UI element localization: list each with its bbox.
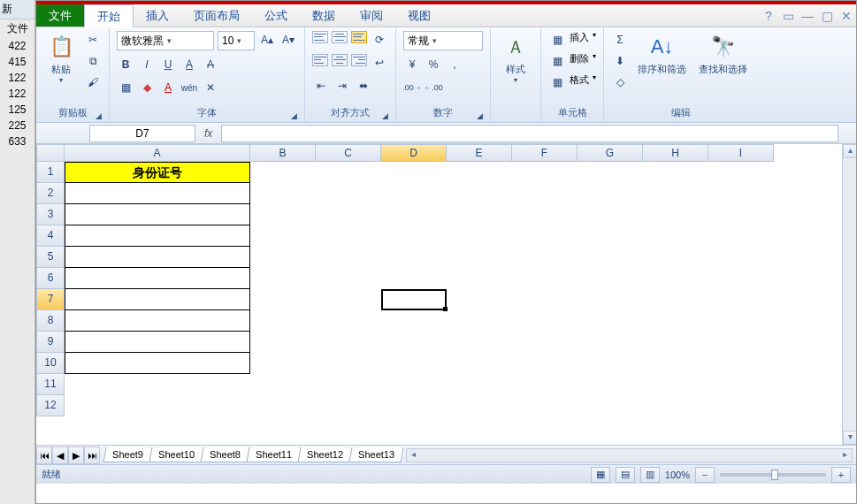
sheet-tab[interactable]: Sheet13 bbox=[348, 447, 403, 462]
shrink-font-button[interactable]: A▾ bbox=[279, 31, 297, 49]
sheet-tab[interactable]: Sheet11 bbox=[246, 447, 301, 462]
close-icon[interactable]: ✕ bbox=[837, 4, 856, 27]
name-box[interactable]: D7 bbox=[89, 125, 195, 142]
font-name-combo[interactable]: 微软雅黑▾ bbox=[117, 31, 214, 50]
sheet-tab[interactable]: Sheet9 bbox=[103, 447, 153, 462]
dialog-launcher-icon[interactable]: ◢ bbox=[291, 111, 297, 120]
cell[interactable] bbox=[65, 289, 250, 310]
column-header[interactable]: E bbox=[447, 144, 512, 162]
row-header[interactable]: 4 bbox=[36, 225, 65, 247]
tab-home[interactable]: 开始 bbox=[84, 4, 134, 27]
currency-button[interactable]: ¥ bbox=[403, 56, 421, 73]
increase-decimal-button[interactable]: .00→ bbox=[403, 79, 421, 96]
minimize-icon[interactable]: — bbox=[798, 4, 817, 27]
orientation-button[interactable]: ⟳ bbox=[371, 31, 388, 49]
scroll-right-icon[interactable]: ▸ bbox=[838, 449, 852, 462]
row-header[interactable]: 12 bbox=[36, 395, 65, 416]
number-format-combo[interactable]: 常规▾ bbox=[403, 31, 483, 50]
row-header[interactable]: 2 bbox=[36, 183, 65, 204]
align-left-button[interactable] bbox=[312, 54, 328, 66]
row-header[interactable]: 7 bbox=[36, 289, 65, 310]
font-size-combo[interactable]: 10▾ bbox=[218, 31, 255, 50]
row-header[interactable]: 5 bbox=[36, 247, 65, 268]
cell[interactable] bbox=[65, 204, 250, 225]
cell[interactable] bbox=[65, 225, 250, 247]
row-header[interactable]: 6 bbox=[36, 268, 65, 289]
font-color-button[interactable]: A bbox=[159, 79, 177, 96]
clear-format-button[interactable]: ✕ bbox=[202, 79, 219, 96]
vertical-scrollbar[interactable]: ▴ ▾ bbox=[842, 144, 856, 445]
sheet-nav-first[interactable]: ⏮ bbox=[36, 447, 52, 464]
formula-input[interactable] bbox=[221, 125, 838, 142]
tab-data[interactable]: 数据 bbox=[300, 4, 348, 27]
cell-a1[interactable]: 身份证号 bbox=[65, 162, 250, 183]
sheet-nav-last[interactable]: ⏭ bbox=[84, 447, 100, 464]
column-header[interactable]: A bbox=[65, 144, 250, 162]
row-header[interactable]: 11 bbox=[36, 374, 65, 395]
merge-cells-button[interactable]: ⬌ bbox=[355, 77, 372, 95]
cell[interactable] bbox=[65, 247, 250, 268]
column-header[interactable]: B bbox=[250, 144, 316, 162]
borders-button[interactable]: ▦ bbox=[117, 79, 134, 96]
delete-cells-button[interactable]: ▦删除▾ bbox=[548, 52, 596, 70]
dialog-launcher-icon[interactable]: ◢ bbox=[382, 111, 388, 120]
tab-insert[interactable]: 插入 bbox=[134, 4, 181, 27]
cell[interactable] bbox=[65, 268, 250, 289]
find-select-button[interactable]: 🔭 查找和选择 bbox=[695, 31, 751, 78]
view-pagebreak-button[interactable]: ▥ bbox=[640, 467, 660, 483]
insert-cells-button[interactable]: ▦插入▾ bbox=[548, 31, 596, 49]
zoom-out-button[interactable]: − bbox=[695, 467, 715, 483]
help-icon[interactable]: ? bbox=[759, 4, 778, 27]
scroll-left-icon[interactable]: ◂ bbox=[407, 449, 421, 462]
doc-icon[interactable]: 新 bbox=[0, 0, 34, 19]
decrease-indent-button[interactable]: ⇤ bbox=[312, 77, 330, 95]
cell[interactable] bbox=[65, 183, 250, 204]
percent-button[interactable]: % bbox=[425, 56, 442, 73]
wrap-text-button[interactable]: ↩ bbox=[371, 54, 388, 72]
align-right-button[interactable] bbox=[351, 54, 367, 66]
align-bottom-button[interactable] bbox=[351, 31, 367, 43]
column-header[interactable]: F bbox=[512, 144, 578, 162]
phonetic-button[interactable]: wén bbox=[180, 79, 198, 96]
row-header[interactable]: 10 bbox=[36, 353, 65, 374]
tab-review[interactable]: 审阅 bbox=[348, 4, 395, 27]
increase-indent-button[interactable]: ⇥ bbox=[333, 77, 351, 95]
view-normal-button[interactable]: ▦ bbox=[591, 467, 610, 483]
sheet-tab[interactable]: Sheet10 bbox=[149, 447, 203, 462]
fill-color-button[interactable]: ◆ bbox=[138, 79, 156, 96]
select-all-corner[interactable] bbox=[36, 144, 65, 162]
copy-button[interactable]: ⧉ bbox=[84, 52, 102, 70]
tab-formula[interactable]: 公式 bbox=[252, 4, 300, 27]
cell[interactable] bbox=[65, 332, 250, 353]
column-header[interactable]: H bbox=[643, 144, 708, 162]
format-cells-button[interactable]: ▦格式▾ bbox=[548, 73, 596, 91]
dialog-launcher-icon[interactable]: ◢ bbox=[96, 111, 102, 120]
zoom-slider[interactable] bbox=[720, 473, 826, 477]
tab-view[interactable]: 视图 bbox=[395, 4, 443, 27]
column-header[interactable]: I bbox=[708, 144, 774, 162]
restore-icon[interactable]: ▢ bbox=[817, 4, 837, 27]
row-header[interactable]: 1 bbox=[36, 162, 65, 183]
scroll-up-icon[interactable]: ▴ bbox=[843, 144, 856, 158]
tab-layout[interactable]: 页面布局 bbox=[181, 4, 252, 27]
column-header[interactable]: D bbox=[381, 144, 447, 162]
format-painter-button[interactable]: 🖌 bbox=[84, 73, 102, 91]
decrease-decimal-button[interactable]: ←.00 bbox=[425, 79, 442, 96]
cut-button[interactable]: ✂ bbox=[84, 31, 102, 49]
tab-file[interactable]: 文件 bbox=[36, 4, 84, 27]
cell[interactable] bbox=[65, 353, 250, 374]
row-header[interactable]: 9 bbox=[36, 332, 65, 353]
spreadsheet-grid[interactable]: ABCDEFGHI 123456789101112 身份证号 ▴ ▾ bbox=[36, 144, 856, 445]
active-cell-cursor[interactable] bbox=[381, 289, 447, 310]
zoom-level[interactable]: 100% bbox=[665, 470, 690, 480]
fx-icon[interactable]: fx bbox=[204, 127, 212, 140]
minimize-ribbon-icon[interactable]: ▭ bbox=[778, 4, 798, 27]
sheet-nav-next[interactable]: ▶ bbox=[68, 447, 84, 464]
strike-button[interactable]: A bbox=[202, 56, 219, 73]
grow-font-button[interactable]: A▴ bbox=[258, 31, 276, 49]
view-layout-button[interactable]: ▤ bbox=[616, 467, 635, 483]
row-header[interactable]: 3 bbox=[36, 204, 65, 225]
comma-button[interactable]: , bbox=[446, 56, 463, 73]
align-center-button[interactable] bbox=[332, 54, 348, 66]
double-underline-button[interactable]: A bbox=[180, 56, 198, 73]
